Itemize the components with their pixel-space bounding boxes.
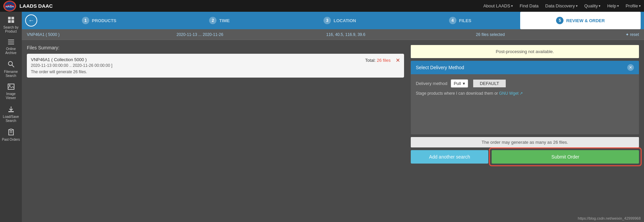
nav-help[interactable]: Help ▾ bbox=[607, 3, 619, 8]
file-card-header: VNP46A1 ( Collection 5000 ) 2020-11-13 0… bbox=[31, 57, 400, 74]
top-nav: NASA LAADS DAAC About LAADS ▾ Find Data … bbox=[0, 0, 644, 12]
delivery-content bbox=[416, 96, 634, 129]
svg-rect-2 bbox=[8, 17, 11, 19]
back-button[interactable]: ← bbox=[25, 14, 37, 27]
submit-order-button[interactable]: Submit Order bbox=[492, 150, 639, 164]
summary-files: 26 files selected bbox=[476, 32, 626, 37]
chevron-down-icon: ▾ bbox=[463, 81, 465, 86]
layout: Search byProduct OnlineArchive FilenameS… bbox=[0, 12, 644, 222]
delivery-section: Select Delivery Method ✕ Delivery method… bbox=[411, 61, 639, 134]
file-card: VNP46A1 ( Collection 5000 ) 2020-11-13 0… bbox=[27, 54, 404, 78]
chevron-down-icon: ▾ bbox=[511, 4, 513, 8]
chevron-down-icon: ▾ bbox=[639, 4, 641, 8]
file-dates: 2020-11-13 00:00:00 .. 2020-11-26 00:00:… bbox=[31, 63, 112, 68]
right-panel: Post-processing not available. Select De… bbox=[411, 45, 639, 217]
step-number: 1 bbox=[82, 17, 89, 24]
sidebar-label: Search byProduct bbox=[3, 26, 18, 34]
sidebar-item-load-save-search[interactable]: Load/SaveSearch bbox=[0, 103, 22, 126]
svg-rect-7 bbox=[8, 42, 14, 42]
sidebar-item-search-by-product[interactable]: Search byProduct bbox=[0, 13, 22, 36]
delivery-body: Delivery method Pull ▾ DEFAULT Stage pro… bbox=[411, 74, 639, 134]
step-number: 3 bbox=[324, 17, 331, 24]
delivery-header: Select Delivery Method ✕ bbox=[411, 61, 639, 74]
clipboard-icon bbox=[7, 128, 15, 137]
chevron-down-icon: ▾ bbox=[599, 4, 600, 8]
post-processing-notice: Post-processing not available. bbox=[411, 45, 639, 58]
delivery-method-row: Delivery method Pull ▾ DEFAULT bbox=[416, 79, 634, 88]
files-summary-title: Files Summary: bbox=[27, 45, 404, 50]
svg-line-10 bbox=[12, 65, 14, 68]
svg-rect-4 bbox=[8, 20, 11, 23]
wizard-bar: ← 1 PRODUCTS 2 TIME 3 LOCATION 4 FILES bbox=[22, 12, 644, 29]
sidebar-label: OnlineArchive bbox=[5, 47, 16, 55]
svg-rect-3 bbox=[11, 17, 14, 19]
svg-rect-11 bbox=[8, 84, 14, 89]
grid-icon bbox=[7, 16, 15, 25]
summary-location: 116, 40.5, 116.9, 39.6 bbox=[326, 32, 476, 37]
delivery-info-icon[interactable]: ✕ bbox=[627, 64, 634, 71]
wizard-steps: 1 PRODUCTS 2 TIME 3 LOCATION 4 FILES 5 bbox=[39, 12, 641, 29]
nav-profile[interactable]: Profile ▾ bbox=[626, 3, 641, 8]
svg-rect-6 bbox=[8, 40, 14, 40]
chevron-down-icon: ▾ bbox=[617, 4, 619, 8]
footer-url: https://blog.csdn.net/weixin_42999968 bbox=[578, 216, 641, 220]
file-total-label: Total: 26 files bbox=[365, 58, 391, 63]
step-number: 4 bbox=[449, 17, 456, 24]
nav-find-data[interactable]: Find Data bbox=[519, 3, 538, 8]
sidebar-label: Past Orders bbox=[2, 138, 20, 142]
sidebar-item-filename-search[interactable]: FilenameSearch bbox=[0, 58, 22, 81]
file-close-button[interactable]: ✕ bbox=[396, 57, 400, 63]
sidebar-item-image-viewer[interactable]: ImageViewer bbox=[0, 81, 22, 103]
list-icon bbox=[7, 39, 15, 46]
wizard-step-location[interactable]: 3 LOCATION bbox=[280, 12, 400, 29]
svg-rect-8 bbox=[8, 44, 14, 44]
wizard-step-products[interactable]: 1 PRODUCTS bbox=[39, 12, 159, 29]
file-total-link[interactable]: 26 files bbox=[377, 58, 391, 63]
sidebar-item-online-archive[interactable]: OnlineArchive bbox=[0, 36, 22, 58]
sidebar-label: ImageViewer bbox=[6, 92, 16, 100]
sidebar: Search byProduct OnlineArchive FilenameS… bbox=[0, 12, 22, 222]
order-info-bar: The order may generate as many as 26 fil… bbox=[411, 137, 639, 147]
left-panel: Files Summary: VNP46A1 ( Collection 5000… bbox=[27, 45, 404, 217]
wizard-step-review-order[interactable]: 5 REVIEW & ORDER bbox=[520, 12, 641, 29]
nav-about-laads[interactable]: About LAADS ▾ bbox=[483, 3, 513, 8]
nasa-logo: NASA bbox=[3, 1, 16, 11]
file-total-section: Total: 26 files ✕ bbox=[365, 57, 400, 63]
svg-rect-5 bbox=[11, 20, 14, 23]
delivery-info: Stage products where I can download them… bbox=[416, 91, 634, 96]
sidebar-label: Load/SaveSearch bbox=[3, 115, 19, 123]
step-number: 2 bbox=[209, 17, 216, 24]
nav-right: About LAADS ▾ Find Data Data Discovery ▾… bbox=[483, 3, 641, 8]
add-another-search-button[interactable]: Add another search bbox=[411, 150, 488, 164]
delivery-default-badge: DEFAULT bbox=[473, 80, 506, 87]
chevron-down-icon: ▾ bbox=[576, 4, 578, 8]
summary-dates: 2020-11-13 ... 2020-11-26 bbox=[177, 32, 326, 37]
site-title: LAADS DAAC bbox=[19, 3, 53, 9]
main-content: ← 1 PRODUCTS 2 TIME 3 LOCATION 4 FILES bbox=[22, 12, 644, 222]
image-icon bbox=[7, 83, 15, 91]
svg-rect-15 bbox=[10, 129, 12, 130]
reset-button[interactable]: ✦ reset bbox=[626, 32, 639, 37]
delivery-method-label: Delivery method bbox=[416, 81, 447, 86]
page-body: Files Summary: VNP46A1 ( Collection 5000… bbox=[22, 40, 644, 222]
delivery-method-select[interactable]: Pull ▾ bbox=[451, 79, 468, 88]
svg-point-12 bbox=[9, 85, 10, 86]
svg-point-9 bbox=[8, 61, 12, 65]
nav-data-discovery[interactable]: Data Discovery ▾ bbox=[545, 3, 578, 8]
search-icon bbox=[7, 60, 15, 69]
sidebar-item-past-orders[interactable]: Past Orders bbox=[0, 126, 22, 144]
step-number: 5 bbox=[556, 17, 563, 24]
wizard-step-time[interactable]: 2 TIME bbox=[159, 12, 280, 29]
action-buttons: Add another search Submit Order bbox=[411, 150, 639, 164]
file-product-name: VNP46A1 ( Collection 5000 ) bbox=[31, 57, 112, 62]
svg-rect-13 bbox=[8, 111, 14, 112]
sidebar-label: FilenameSearch bbox=[4, 70, 18, 78]
nav-left: NASA LAADS DAAC bbox=[3, 1, 53, 11]
load-save-icon bbox=[7, 105, 15, 114]
file-product-info: VNP46A1 ( Collection 5000 ) 2020-11-13 0… bbox=[31, 57, 112, 74]
nav-quality[interactable]: Quality ▾ bbox=[584, 3, 600, 8]
wizard-step-files[interactable]: 4 FILES bbox=[400, 12, 521, 29]
file-note: The order will generate 26 files. bbox=[31, 70, 112, 74]
gnu-wget-link[interactable]: GNU Wget ↗ bbox=[499, 91, 523, 96]
summary-bar: VNP46A1 ( 5000 ) 2020-11-13 ... 2020-11-… bbox=[22, 29, 644, 40]
